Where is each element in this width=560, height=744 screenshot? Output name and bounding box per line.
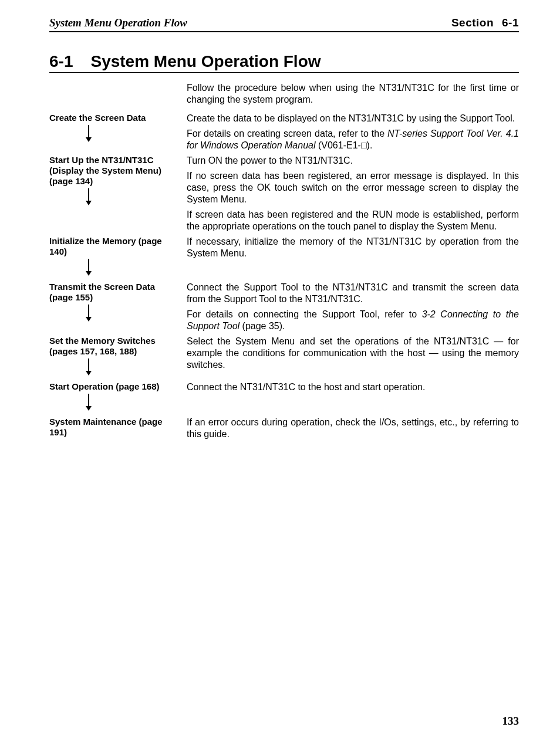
header-right: Section6-1	[451, 16, 519, 29]
svg-marker-1	[86, 137, 92, 142]
text-span: (V061-E1-□).	[316, 140, 373, 150]
text-span: Create the data to be displayed on the N…	[187, 113, 515, 123]
header-section-label: Section	[451, 16, 494, 29]
step-paragraph: Connect the Support Tool to the NT31/NT3…	[187, 282, 519, 305]
arrow-wrap	[49, 123, 175, 148]
step-row: Create the Screen DataCreate the data to…	[49, 113, 519, 155]
step-paragraph: For details on connecting the Support To…	[187, 309, 519, 332]
header-section-number: 6-1	[502, 16, 519, 29]
step-paragraph: Select the System Menu and set the opera…	[187, 336, 519, 371]
step-row: System Maintenance (page 191)If an error…	[49, 417, 519, 444]
step-body: Connect the NT31/NT31C to the host and s…	[187, 381, 519, 397]
step-label: Initialize the Memory (page 140)	[49, 236, 175, 257]
svg-marker-3	[86, 201, 92, 205]
step-row: Start Operation (page 168)Connect the NT…	[49, 381, 519, 417]
steps-container: Create the Screen DataCreate the data to…	[49, 113, 519, 444]
text-span: If an error occurs during operation, che…	[187, 417, 519, 439]
arrow-wrap	[49, 303, 175, 327]
svg-marker-11	[86, 406, 92, 411]
step-left: Set the Memory Switches (pages 157, 168,…	[49, 336, 187, 381]
text-span: Turn ON the power to the NT31/NT31C.	[187, 155, 353, 165]
page-number: 133	[502, 715, 519, 728]
step-paragraph: Create the data to be displayed on the N…	[187, 113, 519, 124]
down-arrow-icon	[85, 304, 93, 322]
down-arrow-icon	[85, 124, 93, 142]
step-paragraph: If screen data has been registered and t…	[187, 209, 519, 232]
text-span: If necessary, initialize the memory of t…	[187, 236, 519, 258]
section-heading-text: System Menu Operation Flow	[90, 52, 321, 70]
step-paragraph: Turn ON the power to the NT31/NT31C.	[187, 155, 519, 167]
svg-marker-5	[86, 271, 92, 276]
text-span: For details on creating screen data, ref…	[187, 128, 387, 138]
step-left: Create the Screen Data	[49, 113, 187, 148]
intro-paragraph: Follow the procedure below when using th…	[187, 82, 519, 106]
step-row: Start Up the NT31/NT31C (Display the Sys…	[49, 155, 519, 236]
section-number: 6-1	[49, 52, 73, 70]
step-left: System Maintenance (page 191)	[49, 417, 187, 438]
down-arrow-icon	[85, 258, 93, 276]
text-span: Select the System Menu and set the opera…	[187, 336, 519, 370]
text-span: For details on connecting the Support To…	[187, 309, 422, 319]
page: System Menu Operation Flow Section6-1 6-…	[0, 0, 560, 744]
step-left: Start Up the NT31/NT31C (Display the Sys…	[49, 155, 187, 211]
text-span: If no screen data has been registered, a…	[187, 171, 519, 204]
step-body: Connect the Support Tool to the NT31/NT3…	[187, 282, 519, 336]
step-left: Start Operation (page 168)	[49, 381, 187, 417]
step-paragraph: If no screen data has been registered, a…	[187, 170, 519, 205]
step-label: Start Up the NT31/NT31C (Display the Sys…	[49, 155, 175, 187]
step-paragraph: Connect the NT31/NT31C to the host and s…	[187, 381, 519, 393]
arrow-wrap	[49, 187, 175, 211]
step-row: Transmit the Screen Data (page 155)Conne…	[49, 282, 519, 336]
step-body: Create the data to be displayed on the N…	[187, 113, 519, 155]
step-row: Initialize the Memory (page 140)If neces…	[49, 236, 519, 282]
down-arrow-icon	[85, 358, 93, 376]
step-left: Transmit the Screen Data (page 155)	[49, 282, 187, 327]
running-header: System Menu Operation Flow Section6-1	[49, 16, 519, 32]
down-arrow-icon	[85, 393, 93, 411]
text-span: Connect the NT31/NT31C to the host and s…	[187, 382, 425, 392]
down-arrow-icon	[85, 188, 93, 205]
step-body: Select the System Menu and set the opera…	[187, 336, 519, 374]
header-left: System Menu Operation Flow	[49, 16, 187, 29]
step-label: Create the Screen Data	[49, 113, 175, 123]
step-row: Set the Memory Switches (pages 157, 168,…	[49, 336, 519, 381]
arrow-wrap	[49, 357, 175, 381]
section-title: 6-1System Menu Operation Flow	[49, 52, 519, 73]
text-span: If screen data has been registered and t…	[187, 209, 519, 231]
step-left: Initialize the Memory (page 140)	[49, 236, 187, 282]
step-body: If necessary, initialize the memory of t…	[187, 236, 519, 263]
step-paragraph: If necessary, initialize the memory of t…	[187, 236, 519, 259]
step-body: If an error occurs during operation, che…	[187, 417, 519, 444]
step-label: System Maintenance (page 191)	[49, 417, 175, 438]
step-label: Set the Memory Switches (pages 157, 168,…	[49, 336, 175, 357]
step-label: Start Operation (page 168)	[49, 381, 175, 392]
svg-marker-7	[86, 317, 92, 322]
step-body: Turn ON the power to the NT31/NT31C.If n…	[187, 155, 519, 236]
text-span: Connect the Support Tool to the NT31/NT3…	[187, 282, 519, 304]
text-span: (page 35).	[239, 321, 285, 331]
arrow-wrap	[49, 392, 175, 417]
arrow-wrap	[49, 257, 175, 282]
step-paragraph: For details on creating screen data, ref…	[187, 128, 519, 151]
step-paragraph: If an error occurs during operation, che…	[187, 417, 519, 440]
svg-marker-9	[86, 371, 92, 376]
step-label: Transmit the Screen Data (page 155)	[49, 282, 175, 303]
